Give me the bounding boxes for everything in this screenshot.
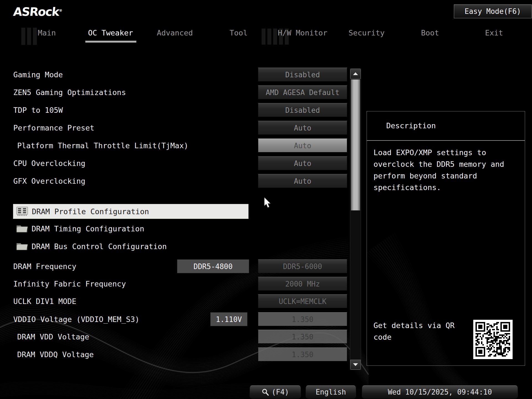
tjmax-value-button[interactable]: Auto	[258, 139, 347, 152]
tdp-105w-value-button[interactable]: Disabled	[258, 103, 347, 117]
setting-label: Performance Preset	[13, 124, 94, 132]
setting-label: Infinity Fabric Frequency	[13, 280, 126, 288]
setting-row-gfx-overclocking: GFX Overclocking Auto	[0, 174, 349, 188]
submenu-label: DRAM Bus Control Configuration	[32, 242, 167, 251]
setting-label: Gaming Mode	[13, 70, 63, 79]
mouse-cursor	[264, 197, 273, 208]
description-title: Description	[386, 121, 436, 130]
datetime-display: Wed 10/15/2025, 09:44:10	[362, 385, 518, 398]
tab-hw-monitor[interactable]: H/W Monitor	[278, 28, 328, 38]
ram-module-icon	[16, 206, 28, 216]
setting-row-dram-vdd-voltage: DRAM VDD Voltage 1.350	[0, 329, 349, 344]
easy-mode-button[interactable]: Easy Mode(F6)	[454, 4, 532, 18]
setting-row-infinity-fabric-frequency: Infinity Fabric Frequency 2000 MHz	[0, 277, 349, 291]
tab-advanced[interactable]: Advanced	[157, 28, 193, 38]
chevron-up-icon	[353, 72, 358, 75]
description-panel: Description Load EXPO/XMP settings to ov…	[367, 111, 525, 366]
setting-label: TDP to 105W	[13, 106, 63, 114]
zen5-optimizations-value-button[interactable]: AMD AGESA Default	[258, 85, 347, 99]
setting-label: CPU Overclocking	[13, 159, 85, 168]
setting-label: UCLK DIV1 MODE	[13, 297, 76, 306]
bios-screen: ASRock® Easy Mode(F6) Main OC Tweaker Ad…	[0, 0, 532, 399]
submenu-dram-profile-configuration[interactable]: DRAM Profile Configuration	[13, 204, 249, 219]
chevron-down-icon	[353, 363, 358, 366]
tab-tool[interactable]: Tool	[229, 28, 247, 38]
description-body: Load EXPO/XMP settings to overclock the …	[374, 147, 516, 193]
setting-label: DRAM VDDQ Voltage	[17, 350, 94, 359]
uclk-div1-value-button[interactable]: UCLK=MEMCLK	[258, 294, 347, 308]
scrollbar[interactable]	[350, 68, 361, 370]
dram-vdd-value-button[interactable]: 1.350	[258, 330, 347, 344]
setting-row-cpu-overclocking: CPU Overclocking Auto	[0, 156, 349, 170]
submenu-label: DRAM Timing Configuration	[32, 224, 144, 233]
tab-main[interactable]: Main	[38, 28, 56, 38]
scrollbar-thumb[interactable]	[351, 79, 360, 211]
setting-label: Platform Thermal Throttle Limit(TjMax)	[17, 141, 188, 150]
search-icon	[262, 388, 269, 396]
infinity-fabric-value-button[interactable]: 2000 MHz	[258, 277, 347, 291]
qr-caption: Get details via QR code	[374, 320, 462, 343]
setting-row-vddio-voltage: VDDIO Voltage (VDDIO_MEM_S3) 1.110V 1.35…	[0, 312, 349, 326]
tab-exit[interactable]: Exit	[485, 28, 503, 38]
tab-boot[interactable]: Boot	[421, 28, 439, 38]
setting-row-dram-frequency: DRAM Frequency DDR5-4800 DDR5-6000	[0, 259, 349, 273]
scroll-down-button[interactable]	[350, 360, 361, 370]
submenu-dram-bus-control-configuration[interactable]: DRAM Bus Control Configuration	[0, 239, 349, 253]
setting-label: GFX Overclocking	[13, 177, 85, 185]
setting-row-platform-thermal-throttle-limit: Platform Thermal Throttle Limit(TjMax) A…	[0, 138, 349, 153]
vddio-current-value: 1.110V	[210, 312, 247, 326]
search-button[interactable]: (F4)	[250, 385, 301, 398]
setting-row-zen5-gaming-optimizations: ZEN5 Gaming Optimizations AMD AGESA Defa…	[0, 85, 349, 99]
setting-label: DRAM Frequency	[13, 262, 76, 271]
setting-row-tdp-105w: TDP to 105W Disabled	[0, 103, 349, 117]
active-tab-underline	[85, 41, 136, 43]
performance-preset-value-button[interactable]: Auto	[258, 121, 347, 135]
gaming-mode-value-button[interactable]: Disabled	[258, 68, 347, 81]
search-shortcut-label: (F4)	[272, 388, 289, 396]
dram-frequency-current-value: DDR5-4800	[177, 259, 249, 273]
ghost-bars-left	[21, 28, 39, 45]
asrock-logo: ASRock®	[12, 5, 63, 19]
dram-vddq-value-button[interactable]: 1.350	[258, 347, 347, 361]
description-separator	[367, 140, 525, 141]
setting-row-gaming-mode: Gaming Mode Disabled	[0, 67, 349, 82]
dram-frequency-value-button[interactable]: DDR5-6000	[258, 259, 347, 273]
setting-row-uclk-div1-mode: UCLK DIV1 MODE UCLK=MEMCLK	[0, 294, 349, 308]
folder-icon	[16, 224, 28, 233]
submenu-label: DRAM Profile Configuration	[32, 207, 149, 216]
setting-label: ZEN5 Gaming Optimizations	[13, 88, 126, 97]
vddio-value-button[interactable]: 1.350	[258, 312, 347, 326]
language-button[interactable]: English	[306, 385, 356, 398]
tab-security[interactable]: Security	[349, 28, 385, 38]
qr-code	[473, 320, 513, 359]
gfx-overclocking-value-button[interactable]: Auto	[258, 174, 347, 188]
setting-label: DRAM VDD Voltage	[17, 332, 89, 341]
cpu-overclocking-value-button[interactable]: Auto	[258, 156, 347, 170]
submenu-dram-timing-configuration[interactable]: DRAM Timing Configuration	[0, 222, 349, 236]
setting-row-dram-vddq-voltage: DRAM VDDQ Voltage 1.350	[0, 347, 349, 362]
scroll-up-button[interactable]	[350, 69, 361, 79]
folder-icon	[16, 242, 28, 251]
setting-label: VDDIO Voltage (VDDIO_MEM_S3)	[13, 315, 139, 324]
tab-oc-tweaker[interactable]: OC Tweaker	[88, 28, 133, 38]
setting-row-performance-preset: Performance Preset Auto	[0, 121, 349, 135]
